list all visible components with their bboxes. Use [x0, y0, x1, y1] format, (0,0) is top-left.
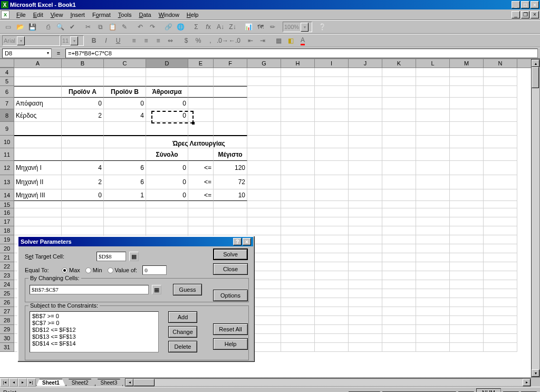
- cell-C8[interactable]: 4: [104, 109, 146, 122]
- cell-J28[interactable]: [349, 316, 382, 325]
- cell-M10[interactable]: [450, 136, 484, 148]
- cell-N8[interactable]: [484, 109, 517, 122]
- cell-F8[interactable]: [214, 109, 247, 122]
- cell-H25[interactable]: [281, 289, 315, 298]
- scroll-left-button[interactable]: ◂: [126, 379, 133, 386]
- web-toolbar-button[interactable]: 🌐: [175, 21, 186, 33]
- cell-F15[interactable]: [214, 201, 247, 208]
- cell-A17[interactable]: [14, 217, 62, 226]
- sort-asc-button[interactable]: A↓: [215, 21, 226, 33]
- cell-L26[interactable]: [416, 298, 450, 307]
- cell-K11[interactable]: [382, 148, 416, 161]
- cell-L28[interactable]: [416, 316, 450, 325]
- cell-N5[interactable]: [484, 77, 517, 86]
- cell-H17[interactable]: [281, 217, 315, 226]
- cell-L18[interactable]: [416, 226, 450, 235]
- cell-H5[interactable]: [281, 77, 315, 86]
- target-cell-input[interactable]: [97, 252, 126, 261]
- colhdr-G[interactable]: G: [247, 59, 281, 68]
- cell-E10[interactable]: [188, 136, 214, 148]
- cell-N17[interactable]: [484, 217, 517, 226]
- cell-J10[interactable]: [349, 136, 382, 148]
- cell-I28[interactable]: [315, 316, 349, 325]
- cell-L17[interactable]: [416, 217, 450, 226]
- cell-K10[interactable]: [382, 136, 416, 148]
- cell-G13[interactable]: [247, 175, 281, 189]
- cell-H29[interactable]: [281, 325, 315, 334]
- cell-D6[interactable]: Άθροισμα: [146, 86, 188, 98]
- cell-N22[interactable]: [484, 262, 517, 271]
- cell-K14[interactable]: [382, 189, 416, 201]
- cell-N14[interactable]: [484, 189, 517, 201]
- cell-M22[interactable]: [450, 262, 484, 271]
- cell-F13[interactable]: 72: [214, 175, 247, 189]
- cell-D12[interactable]: 0: [146, 161, 188, 175]
- cell-E11[interactable]: [188, 148, 214, 161]
- cell-D4[interactable]: [146, 68, 188, 77]
- preview-button[interactable]: 🔍: [54, 21, 66, 33]
- colhdr-F[interactable]: F: [214, 59, 247, 68]
- cell-H26[interactable]: [281, 298, 315, 307]
- cell-I23[interactable]: [315, 271, 349, 280]
- cell-C15[interactable]: [104, 201, 146, 208]
- cell-A4[interactable]: [14, 68, 62, 77]
- cell-K4[interactable]: [382, 68, 416, 77]
- cell-M18[interactable]: [450, 226, 484, 235]
- cell-J23[interactable]: [349, 271, 382, 280]
- cell-J29[interactable]: [349, 325, 382, 334]
- cell-L30[interactable]: [416, 334, 450, 343]
- cell-F4[interactable]: [214, 68, 247, 77]
- cell-N31[interactable]: [484, 343, 517, 352]
- menu-data[interactable]: Data: [135, 11, 155, 19]
- cell-H24[interactable]: [281, 280, 315, 289]
- cell-I7[interactable]: [315, 98, 349, 109]
- cell-B10[interactable]: [62, 136, 104, 148]
- cell-H14[interactable]: [281, 189, 315, 201]
- cell-M8[interactable]: [450, 109, 484, 122]
- cell-L29[interactable]: [416, 325, 450, 334]
- cell-A14[interactable]: Μηχανή III: [14, 189, 62, 201]
- cell-E18[interactable]: [188, 226, 214, 235]
- rowhdr-19[interactable]: 19: [0, 235, 14, 244]
- currency-button[interactable]: $: [180, 35, 192, 46]
- cell-I14[interactable]: [315, 189, 349, 201]
- close-button[interactable]: ×: [531, 1, 539, 8]
- cell-G17[interactable]: [247, 217, 281, 226]
- cell-E15[interactable]: [188, 201, 214, 208]
- cell-K23[interactable]: [382, 271, 416, 280]
- rowhdr-9[interactable]: 9: [0, 122, 14, 136]
- cell-E4[interactable]: [188, 68, 214, 77]
- cell-K16[interactable]: [382, 208, 416, 217]
- cell-K21[interactable]: [382, 253, 416, 262]
- cell-J17[interactable]: [349, 217, 382, 226]
- cell-M4[interactable]: [450, 68, 484, 77]
- cell-L27[interactable]: [416, 307, 450, 316]
- cell-H10[interactable]: [281, 136, 315, 148]
- rowhdr-15[interactable]: 15: [0, 201, 14, 208]
- dialog-close-button[interactable]: ×: [243, 238, 251, 245]
- doc-close-button[interactable]: ×: [531, 11, 539, 18]
- cell-C13[interactable]: 6: [104, 175, 146, 189]
- menu-format[interactable]: Format: [89, 11, 114, 19]
- cell-A15[interactable]: [14, 201, 62, 208]
- cell-N21[interactable]: [484, 253, 517, 262]
- cell-G15[interactable]: [247, 201, 281, 208]
- cell-B13[interactable]: 2: [62, 175, 104, 189]
- colhdr-H[interactable]: H: [281, 59, 315, 68]
- dialog-titlebar[interactable]: Solver Parameters ? ×: [18, 237, 253, 246]
- radio-max[interactable]: Max: [62, 267, 80, 274]
- decrease-decimal-button[interactable]: ←.0: [229, 35, 240, 46]
- name-box[interactable]: D8▾: [2, 49, 52, 58]
- print-button[interactable]: ⎙: [42, 21, 54, 33]
- cell-N30[interactable]: [484, 334, 517, 343]
- cell-C14[interactable]: 1: [104, 189, 146, 201]
- cell-M14[interactable]: [450, 189, 484, 201]
- cell-B12[interactable]: 4: [62, 161, 104, 175]
- increase-indent-button[interactable]: ⇥: [257, 35, 268, 46]
- colhdr-J[interactable]: J: [349, 59, 382, 68]
- cell-E6[interactable]: [188, 86, 214, 98]
- cell-L8[interactable]: [416, 109, 450, 122]
- cell-N4[interactable]: [484, 68, 517, 77]
- sort-desc-button[interactable]: Z↓: [227, 21, 238, 33]
- copy-button[interactable]: ⧉: [94, 21, 106, 33]
